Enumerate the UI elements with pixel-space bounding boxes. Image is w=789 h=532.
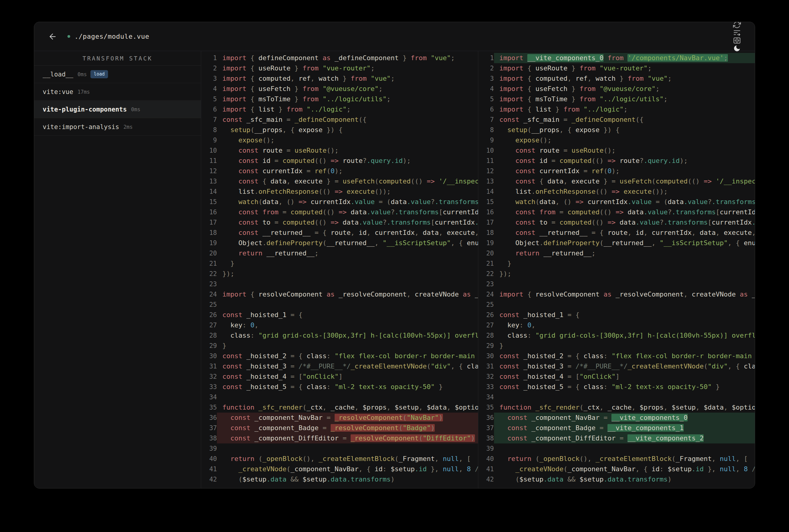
code-line: 34: [478, 392, 755, 402]
module-status-dot: [68, 35, 70, 38]
code-text: const currentIdx = ref(0);: [217, 166, 478, 176]
code-text: import { useFetch } from "@vueuse/core";: [494, 84, 755, 94]
code-line: 13 const { data, execute } = useFetch(co…: [478, 176, 755, 187]
line-wrap-button[interactable]: [733, 29, 741, 37]
transform-item-load[interactable]: __load__ 0ms load: [34, 65, 201, 83]
diff-left-code: 1import { defineComponent as _defineComp…: [201, 53, 478, 484]
code-line: 7const _sfc_main = _defineComponent({: [478, 115, 755, 125]
line-number: 32: [201, 373, 217, 380]
code-line: 2import { useRoute } from "vue-router";: [478, 63, 755, 73]
split-diff-button[interactable]: [733, 37, 741, 44]
transform-item-label: vite:import-analysis: [43, 123, 119, 131]
line-number: 18: [478, 229, 494, 236]
code-line: 36 const _component_NavBar = __vite_comp…: [478, 413, 755, 423]
code-line: 17 const to = computed(() => data.value?…: [201, 217, 478, 228]
code-text: const _component_Badge = _resolveCompone…: [217, 423, 478, 433]
code-line: 24import { resolveComponent as _resolveC…: [478, 289, 755, 300]
code-line: 30const _hoisted_2 = { class: "flex flex…: [201, 351, 478, 361]
line-number: 27: [201, 322, 217, 329]
code-line: 20 return __returned__;: [201, 248, 478, 259]
code-text: import { resolveComponent as _resolveCom…: [494, 289, 755, 300]
code-text: Object.defineProperty(__returned__, "__i…: [494, 238, 755, 248]
transform-item-time: 17ms: [77, 89, 90, 95]
code-text: list.onFetchResponse(() => execute());: [494, 187, 755, 197]
line-number: 20: [478, 250, 494, 257]
code-line: 14 list.onFetchResponse(() => execute())…: [201, 187, 478, 197]
code-line: 12 const currentIdx = ref(0);: [478, 166, 755, 176]
code-line: 26const _hoisted_1 = {: [201, 310, 478, 320]
code-line: 10 const route = useRoute();: [478, 146, 755, 156]
line-number: 8: [201, 126, 217, 134]
code-line: 10 const route = useRoute();: [201, 146, 478, 156]
code-text: import { msToTime } from "../logic/utils…: [217, 94, 478, 104]
line-number: 16: [478, 209, 494, 216]
code-text: return (_openBlock(), _createElementBloc…: [494, 454, 755, 464]
code-line: 31const _hoisted_3 = /*#__PURE__*/_creat…: [201, 361, 478, 372]
code-line: 22});: [201, 269, 478, 279]
code-text: const _hoisted_3 = /*#__PURE__*/_createE…: [217, 361, 478, 372]
refresh-button[interactable]: [733, 22, 741, 29]
code-line: 7const _sfc_main = _defineComponent({: [201, 115, 478, 125]
code-text: return __returned__;: [217, 248, 478, 259]
line-number: 4: [201, 85, 217, 93]
transform-item-vite-plugin-components[interactable]: vite-plugin-components 0ms: [34, 101, 201, 118]
code-text: const _component_NavBar = __vite_compone…: [494, 413, 755, 423]
code-line: 5import { msToTime } from "../logic/util…: [201, 94, 478, 104]
code-text: const _hoisted_5 = { class: "ml-2 text-x…: [494, 382, 755, 392]
code-line: 21 }: [201, 259, 478, 269]
load-badge: load: [90, 70, 108, 78]
code-text: function _sfc_render(_ctx, _cache, $prop…: [494, 402, 755, 413]
line-number: 6: [478, 106, 494, 113]
code-text: import { msToTime } from "../logic/utils…: [494, 94, 755, 104]
code-text: import __vite_components_0 from '/compon…: [494, 53, 755, 63]
line-number: 24: [478, 291, 494, 298]
diff-left-panel[interactable]: 1import { defineComponent as _defineComp…: [201, 51, 478, 488]
code-text: function _sfc_render(_ctx, _cache, $prop…: [217, 402, 478, 413]
code-text: const _hoisted_1 = {: [217, 310, 478, 320]
line-number: 17: [478, 219, 494, 226]
diff-right-panel[interactable]: 1import __vite_components_0 from '/compo…: [478, 51, 755, 488]
line-number: 40: [478, 455, 494, 462]
code-line: 25: [201, 300, 478, 310]
code-text: const _hoisted_4 = ["onClick"]: [217, 372, 478, 382]
transform-item-label: vite-plugin-components: [43, 106, 127, 113]
line-number: 38: [201, 435, 217, 442]
code-line: 30const _hoisted_2 = { class: "flex flex…: [478, 351, 755, 361]
line-number: 3: [478, 75, 494, 82]
line-number: 11: [478, 157, 494, 165]
line-number: 6: [201, 106, 217, 113]
back-button[interactable]: [48, 32, 57, 41]
code-text: import { computed, ref, watch } from "vu…: [494, 73, 755, 84]
code-line: 37 const _component_Badge = _resolveComp…: [201, 423, 478, 433]
code-line: 14 list.onFetchResponse(() => execute())…: [478, 187, 755, 197]
code-line: 37 const _component_Badge = __vite_compo…: [478, 423, 755, 433]
code-line: 24import { resolveComponent as _resolveC…: [201, 289, 478, 300]
code-text: const _component_Badge = __vite_componen…: [494, 423, 755, 433]
code-line: 33const _hoisted_5 = { class: "ml-2 text…: [478, 382, 755, 392]
transform-item-vite-vue[interactable]: vite:vue 17ms: [34, 83, 201, 101]
code-line: 3import { computed, ref, watch } from "v…: [201, 73, 478, 84]
code-line: 13 const { data, execute } = useFetch(co…: [201, 176, 478, 187]
line-number: 14: [478, 188, 494, 195]
code-text: import { useRoute } from "vue-router";: [494, 63, 755, 73]
back-arrow-icon: [48, 32, 57, 41]
code-text: expose();: [217, 135, 478, 146]
code-text: watch(data, () => currentIdx.value = (da…: [217, 197, 478, 207]
line-number: 9: [201, 137, 217, 144]
code-text: ($setup.data && $setup.data.transforms): [217, 474, 478, 484]
line-number: 19: [201, 240, 217, 247]
code-text: const _component_DiffEditor = _resolveCo…: [217, 433, 478, 443]
code-text: }: [217, 259, 478, 269]
code-text: const route = useRoute();: [494, 146, 755, 156]
code-line: 39: [478, 443, 755, 454]
topbar-actions: [720, 22, 741, 52]
code-text: const _hoisted_4 = ["onClick"]: [494, 372, 755, 382]
transform-item-vite-import-analysis[interactable]: vite:import-analysis 2ms: [34, 118, 201, 136]
line-number: 24: [201, 291, 217, 298]
line-number: 37: [478, 424, 494, 432]
code-line: 20 return __returned__;: [478, 248, 755, 259]
line-number: 30: [201, 353, 217, 360]
module-path: ./pages/module.vue: [74, 33, 149, 40]
line-number: 40: [201, 455, 217, 462]
code-line: 39: [201, 443, 478, 454]
